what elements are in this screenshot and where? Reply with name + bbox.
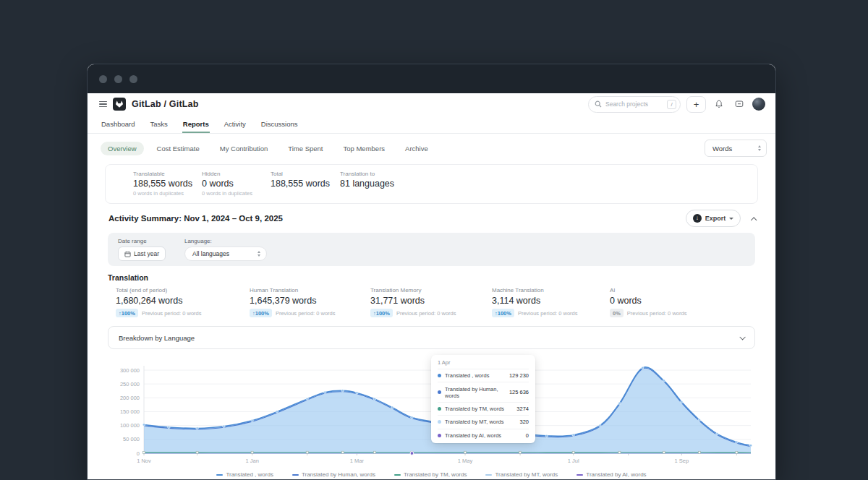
report-tabs: OverviewCost EstimateMy ContributionTime… <box>101 142 705 155</box>
tm-data-point <box>663 451 665 453</box>
y-axis-label: 50 000 <box>123 436 140 442</box>
stat-value: 188,555 words <box>271 179 340 189</box>
language-select[interactable]: All languages <box>184 247 267 261</box>
calendar-icon <box>124 251 131 257</box>
legend-item-translated-by-human-words[interactable]: Translated by Human, words <box>292 471 375 478</box>
x-axis-label: 1 Sep <box>675 458 689 464</box>
window-button-3[interactable] <box>129 75 137 83</box>
nav-tab-activity[interactable]: Activity <box>224 116 247 133</box>
tab-cost-estimate[interactable]: Cost Estimate <box>150 142 207 155</box>
tm-data-point <box>341 451 344 453</box>
tooltip-row: Translated by TM, words3274 <box>438 402 529 415</box>
translation-metrics: Total (end of period)1,680,264 words↑100… <box>108 287 755 317</box>
tooltip-series-value: 320 <box>519 419 529 425</box>
summary-content: Date range Last year Language: <box>88 233 775 480</box>
tm-data-point <box>373 451 375 453</box>
gitlab-logo-icon[interactable] <box>113 98 126 111</box>
language-group: Language: All languages <box>184 238 267 261</box>
series-dot-icon <box>438 434 441 437</box>
create-new-button[interactable]: + <box>686 96 706 113</box>
x-axis-label: 1 May <box>458 458 473 464</box>
trend-badge: ↑100% <box>370 309 393 317</box>
metric-note: Previous period: 0 words <box>276 310 336 317</box>
metric-note: Previous period: 0 words <box>396 310 456 317</box>
legend-item-translated-words[interactable]: Translated , words <box>216 471 273 478</box>
project-word-stats: Translatable188,555 words0 words in dupl… <box>105 164 758 204</box>
window-button-2[interactable] <box>114 75 122 83</box>
nav-tab-discussions[interactable]: Discussions <box>260 116 299 133</box>
metric-badges: ↑100%Previous period: 0 words <box>116 309 250 317</box>
tab-overview[interactable]: Overview <box>101 142 144 155</box>
metric-value: 3,114 words <box>492 296 610 306</box>
page-title: GitLab / GitLab <box>132 99 199 109</box>
window-titlebar <box>88 64 775 93</box>
tooltip-rows: Translated , words129 230Translated by H… <box>438 369 529 442</box>
stat-translatable: Translatable188,555 words0 words in dupl… <box>133 171 202 197</box>
data-point <box>642 367 644 369</box>
language-label: Language: <box>184 238 267 244</box>
project-nav-tabs: DashboardTasksReportsActivityDiscussions <box>88 115 775 134</box>
stat-value: 0 words <box>202 179 271 189</box>
tooltip-row: Translated by Human, words125 636 <box>438 382 529 401</box>
y-axis-label: 150 000 <box>120 408 140 415</box>
search-box[interactable]: / <box>588 96 681 113</box>
data-point <box>324 391 326 393</box>
tm-data-point <box>698 451 700 453</box>
legend-dash-icon <box>216 474 223 476</box>
metric-value: 1,645,379 words <box>250 296 370 306</box>
tm-data-point <box>251 451 253 453</box>
tm-data-point <box>143 451 145 453</box>
window-button-1[interactable] <box>99 75 107 83</box>
date-range-value: Last year <box>134 250 159 257</box>
legend-item-translated-by-mt-words[interactable]: Translated by MT, words <box>485 471 558 478</box>
metric-label: Machine Translation <box>492 287 610 293</box>
unit-selector[interactable]: Words <box>705 140 767 157</box>
export-button[interactable]: ↓ Export <box>686 210 741 227</box>
menu-icon[interactable] <box>99 101 107 108</box>
nav-tab-dashboard[interactable]: Dashboard <box>101 116 135 133</box>
nav-tab-tasks[interactable]: Tasks <box>149 116 168 133</box>
export-caret-icon <box>729 218 733 220</box>
breakdown-title: Breakdown by Language <box>119 334 195 342</box>
date-range-button[interactable]: Last year <box>118 247 166 261</box>
stat-note: 0 words in duplicates <box>133 190 202 197</box>
tm-data-point <box>464 451 467 453</box>
series-dot-icon <box>438 374 441 377</box>
chart-legend: Translated , wordsTranslated by Human, w… <box>108 471 755 478</box>
tab-time-spent[interactable]: Time Spent <box>281 142 330 155</box>
search-input[interactable] <box>605 100 663 108</box>
notifications-button[interactable] <box>712 97 726 111</box>
messages-button[interactable] <box>732 97 746 111</box>
legend-item-translated-by-ai-words[interactable]: Translated by AI, words <box>576 471 646 478</box>
tooltip-series-label: Translated by MT, words <box>445 419 516 425</box>
y-axis-label: 300 000 <box>120 367 140 374</box>
reports-subnav: OverviewCost EstimateMy ContributionTime… <box>88 134 775 163</box>
tab-archive[interactable]: Archive <box>398 142 435 155</box>
data-point <box>168 426 170 428</box>
tab-my-contribution[interactable]: My Contribution <box>213 142 276 155</box>
legend-label: Translated by Human, words <box>302 471 375 478</box>
metric-human-translation: Human Translation1,645,379 words↑100%Pre… <box>250 287 370 317</box>
data-point <box>681 400 683 403</box>
tab-top-members[interactable]: Top Members <box>336 142 393 155</box>
legend-dash-icon <box>576 474 583 476</box>
data-point <box>251 419 253 421</box>
user-avatar[interactable] <box>752 98 765 111</box>
stat-label: Translation to <box>340 171 441 177</box>
unit-selector-value: Words <box>712 145 732 153</box>
breakdown-by-language-toggle[interactable]: Breakdown by Language <box>108 326 755 349</box>
series-dot-icon <box>438 407 441 411</box>
x-axis-label: 1 Jan <box>245 458 258 464</box>
metric-label: Translation Memory <box>370 287 492 293</box>
legend-item-translated-by-tm-words[interactable]: Translated by TM, words <box>394 471 467 478</box>
metric-note: Previous period: 0 words <box>627 310 687 317</box>
collapse-section-button[interactable] <box>752 212 757 225</box>
stat-value: 188,555 words <box>133 179 202 189</box>
app-header: GitLab / GitLab / + <box>88 93 775 115</box>
metric-label: AI <box>610 287 718 293</box>
data-point <box>572 434 574 436</box>
data-point <box>749 445 752 447</box>
data-point <box>373 398 375 400</box>
nav-tab-reports[interactable]: Reports <box>182 116 210 133</box>
data-point <box>306 398 308 400</box>
